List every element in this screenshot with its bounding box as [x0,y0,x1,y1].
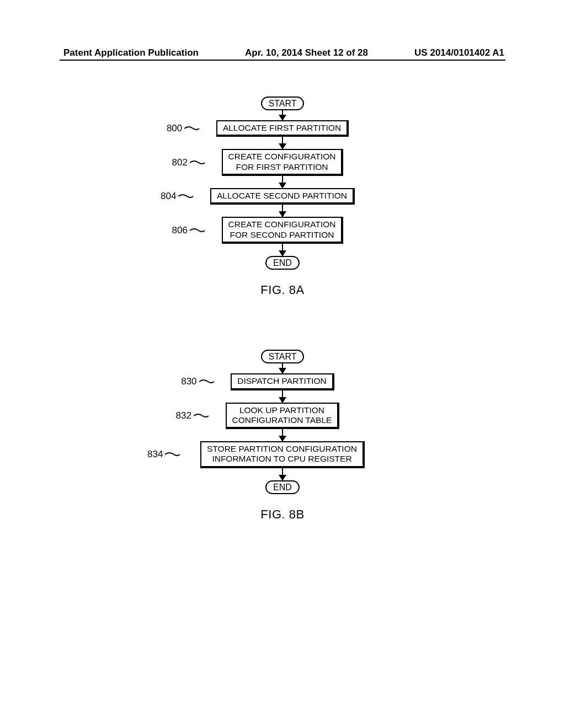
arrow-icon [282,205,284,217]
process-wrap: 832 LOOK UP PARTITION CONFIGURATION TABL… [226,403,340,430]
arrow-icon [282,468,284,480]
ref-label-804: 804 [161,191,194,202]
header-center: Apr. 10, 2014 Sheet 12 of 28 [245,47,368,58]
process-box: LOOK UP PARTITION CONFIGURATION TABLE [226,403,340,430]
figure-label-8a: FIG. 8A [260,283,304,297]
ref-label-806: 806 [172,225,205,236]
process-wrap: 806 CREATE CONFIGURATION FOR SECOND PART… [222,217,344,244]
process-box: ALLOCATE SECOND PARTITION [210,188,355,205]
process-wrap: 830 DISPATCH PARTITION [231,373,334,390]
header-right: US 2014/0101402 A1 [414,47,504,58]
header-left: Patent Application Publication [63,47,199,58]
ref-number: 800 [167,123,182,134]
lead-line-icon [189,226,205,235]
ref-number: 802 [172,157,188,168]
process-box: CREATE CONFIGURATION FOR SECOND PARTITIO… [222,217,344,244]
lead-line-icon [193,411,209,420]
process-box: DISPATCH PARTITION [231,373,334,390]
arrow-icon [282,244,284,256]
ref-label-802: 802 [172,157,205,168]
lead-line-icon [198,377,215,386]
ref-label-834: 834 [147,449,180,460]
flowchart-8b: START 830 DISPATCH PARTITION 832 [200,350,365,522]
ref-label-832: 832 [176,410,209,421]
figure-label-8b: FIG. 8B [260,507,304,522]
terminator-end-8b: END [265,480,300,494]
figures-container: START 800 ALLOCATE FIRST PARTITION 802 [0,97,565,522]
lead-line-icon [164,450,180,459]
ref-number: 804 [161,191,176,202]
header-rule [60,60,505,61]
flowchart-8a: START 800 ALLOCATE FIRST PARTITION 802 [210,97,355,297]
process-box: CREATE CONFIGURATION FOR FIRST PARTITION [222,149,344,176]
terminator-end-8a: END [265,256,300,270]
lead-line-icon [189,158,205,167]
arrow-icon [282,110,284,120]
process-wrap: 800 ALLOCATE FIRST PARTITION [216,120,349,137]
process-wrap: 804 ALLOCATE SECOND PARTITION [210,188,355,205]
arrow-icon [282,363,284,373]
ref-number: 830 [181,376,196,387]
terminator-start-8b: START [261,350,305,363]
arrow-icon [282,137,284,149]
ref-label-830: 830 [181,376,214,387]
patent-page: Patent Application Publication Apr. 10, … [0,0,565,728]
lead-line-icon [177,192,194,201]
process-wrap: 834 STORE PARTITION CONFIGURATION INFORM… [200,441,365,468]
arrow-icon [282,429,284,441]
arrow-icon [282,176,284,188]
process-box: STORE PARTITION CONFIGURATION INFORMATIO… [200,441,365,468]
ref-number: 832 [176,410,191,421]
ref-number: 834 [147,449,163,460]
page-header: Patent Application Publication Apr. 10, … [0,47,565,58]
ref-label-800: 800 [167,123,200,134]
lead-line-icon [183,124,200,133]
process-wrap: 802 CREATE CONFIGURATION FOR FIRST PARTI… [222,149,344,176]
ref-number: 806 [172,225,188,236]
arrow-icon [282,390,284,403]
terminator-start-8a: START [261,97,305,110]
process-box: ALLOCATE FIRST PARTITION [216,120,349,137]
